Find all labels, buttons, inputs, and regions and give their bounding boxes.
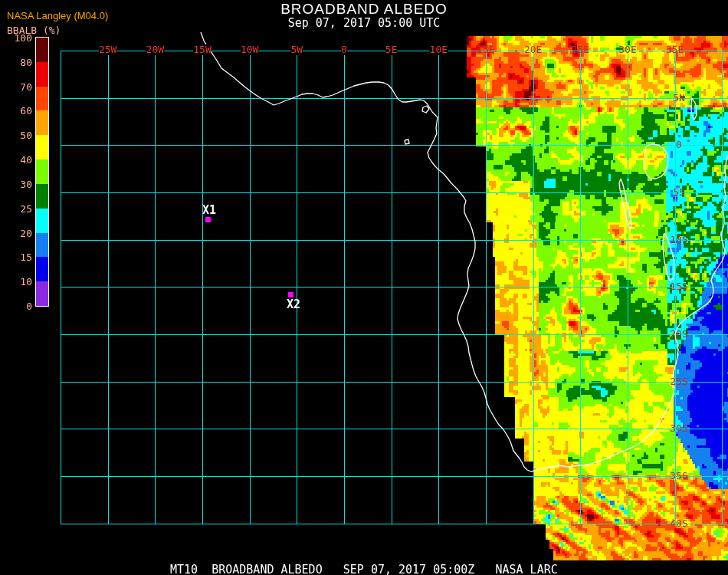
- footer-text: MT10 BROADBAND ALBEDO SEP 07, 2017 05:00…: [170, 563, 558, 575]
- colorbar-tick: 50: [5, 130, 32, 140]
- longitude-label: 15E: [477, 44, 494, 55]
- colorbar-tick: 10: [5, 277, 32, 287]
- longitude-label: 10E: [430, 44, 448, 55]
- colorbar-tick: 20: [5, 228, 32, 238]
- page-title: BROADBAND ALBEDO: [0, 1, 728, 18]
- latitude-label: 5S: [673, 187, 685, 198]
- colorbar-tick: 25: [5, 203, 32, 213]
- longitude-label: 20E: [524, 44, 542, 55]
- longitude-label: 35E: [666, 44, 684, 55]
- colorbar-segment: [36, 38, 48, 62]
- colorbar-segment: [36, 159, 48, 184]
- colorbar-segment: [36, 184, 48, 209]
- latitude-label: 5N: [673, 93, 685, 104]
- latitude-label: 10S: [670, 235, 687, 245]
- marker-square-x1: [205, 217, 211, 222]
- longitude-label: 5E: [385, 44, 398, 55]
- colorbar-segment: [36, 233, 48, 258]
- albedo-map-window: NASA Langley (M04.0) BROADBAND ALBEDO Se…: [0, 0, 728, 575]
- latitude-label: 40S: [670, 518, 687, 529]
- latitude-label: 35S: [670, 471, 687, 481]
- colorbar-tick: 100: [5, 33, 32, 43]
- colorbar-tick: 40: [5, 155, 32, 165]
- longitude-label: 25E: [572, 44, 589, 55]
- latitude-label: 30S: [670, 423, 687, 434]
- latitude-label: 15S: [670, 281, 687, 292]
- marker-label-x2: X2: [287, 299, 300, 310]
- longitude-label: 30E: [618, 44, 636, 55]
- colorbar-tick: 60: [5, 106, 32, 116]
- marker-label-x1: X1: [202, 205, 216, 215]
- colorbar-segment: [36, 135, 48, 159]
- colorbar-tick: 70: [5, 81, 32, 91]
- colorbar-tick: 0: [5, 301, 32, 311]
- page-subtitle: Sep 07, 2017 05:00 UTC: [0, 16, 728, 30]
- colorbar-segment: [36, 257, 48, 281]
- colorbar-segment: [36, 209, 48, 233]
- latitude-label: 20S: [670, 329, 687, 340]
- longitude-label: 0: [341, 44, 347, 55]
- longitude-label: 10W: [241, 44, 258, 55]
- marker-square-x2: [288, 292, 293, 297]
- colorbar-segment: [36, 281, 48, 306]
- colorbar-tick: 80: [5, 57, 32, 67]
- latitude-label: 0: [676, 140, 682, 150]
- longitude-label: 20W: [146, 44, 164, 55]
- colorbar: [35, 37, 49, 307]
- longitude-label: 5W: [290, 44, 303, 55]
- colorbar-segment: [36, 110, 48, 135]
- longitude-label: 15W: [193, 44, 211, 55]
- colorbar-tick: 30: [5, 179, 32, 189]
- colorbar-segment: [36, 62, 48, 87]
- colorbar-tick: 15: [5, 252, 32, 262]
- longitude-label: 25W: [99, 44, 116, 55]
- colorbar-segment: [36, 87, 48, 111]
- latitude-label: 25S: [670, 376, 687, 387]
- map-canvas: [0, 0, 728, 575]
